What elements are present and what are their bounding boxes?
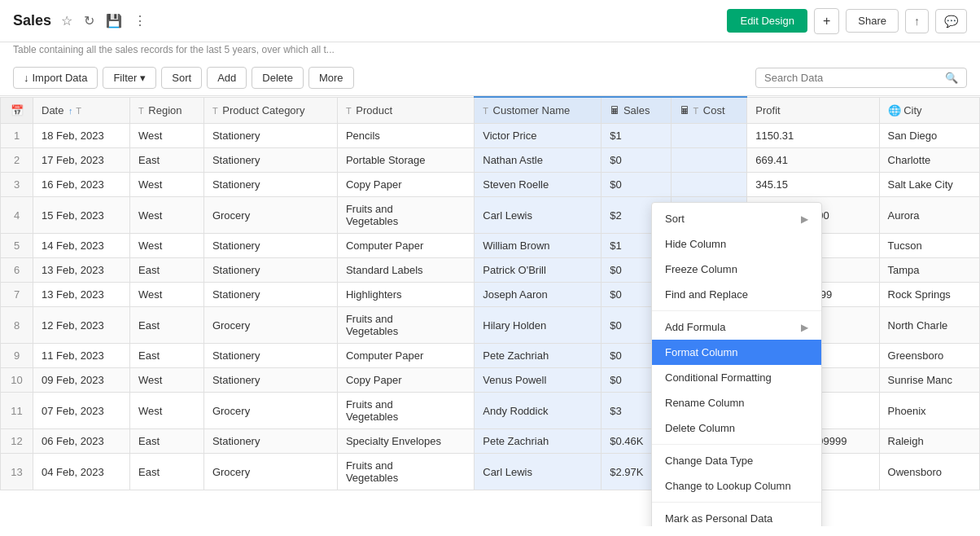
cell-region: East (130, 258, 204, 283)
header-icons: ☆ ↻ 💾 ⋮ (58, 11, 150, 30)
cell-date: 13 Feb, 2023 (33, 258, 130, 283)
cell-region: West (130, 368, 204, 393)
cell-customer: Steven Roelle (475, 173, 602, 197)
menu-item-hide_column[interactable]: Hide Column (652, 231, 821, 257)
col-header-region[interactable]: T Region (130, 97, 204, 124)
upload-icon[interactable]: ↑ (905, 9, 929, 33)
menu-item-delete_column[interactable]: Delete Column (652, 415, 821, 441)
table-row: 4 15 Feb, 2023 West Grocery Fruits andVe… (1, 197, 980, 234)
context-menu: Sort▶Hide ColumnFreeze ColumnFind and Re… (651, 202, 822, 526)
col-header-date[interactable]: Date ↑ T (33, 97, 130, 124)
customer-T-icon: T (483, 106, 488, 116)
cell-date: 09 Feb, 2023 (33, 368, 130, 393)
col-header-cost[interactable]: 🖩 T Cost (671, 97, 747, 124)
menu-item-format_column[interactable]: Format Column (652, 340, 821, 365)
prodcat-T-icon: T (212, 106, 218, 116)
import-data-button[interactable]: ↓ Import Data (13, 67, 98, 89)
cell-city: Salt Lake City (879, 173, 979, 197)
refresh-icon[interactable]: ↻ (81, 11, 98, 30)
col-header-city[interactable]: 🌐 City (879, 97, 979, 124)
filter-button[interactable]: Filter ▾ (103, 67, 156, 89)
cell-row-num: 7 (1, 283, 33, 307)
menu-label: Change Data Type (665, 455, 753, 467)
chat-icon[interactable]: 💬 (935, 9, 967, 33)
menu-item-sort[interactable]: Sort▶ (652, 206, 821, 231)
col-header-rownum[interactable]: 📅 (1, 97, 33, 124)
cell-customer: Pete Zachriah (475, 344, 602, 368)
cell-region: West (130, 283, 204, 307)
menu-item-change_to_lookup[interactable]: Change to Lookup Column (652, 473, 821, 499)
search-input[interactable] (764, 72, 940, 84)
col-header-customer-name[interactable]: T Customer Name (475, 97, 602, 124)
cell-region: West (130, 124, 204, 148)
cell-region: East (130, 429, 204, 454)
table-row: 10 09 Feb, 2023 West Stationery Copy Pap… (1, 368, 980, 393)
cell-region: West (130, 173, 204, 197)
table-row: 8 12 Feb, 2023 East Grocery Fruits andVe… (1, 307, 980, 344)
table-row: 7 13 Feb, 2023 West Stationery Highlight… (1, 283, 980, 307)
cell-product-cat: Grocery (203, 454, 337, 490)
cell-product: Specialty Envelopes (337, 429, 474, 454)
share-button[interactable]: Share (846, 9, 899, 33)
cell-product: Fruits andVegetables (337, 454, 474, 490)
cell-cost (671, 124, 747, 148)
add-row-button[interactable]: Add (207, 67, 247, 89)
edit-design-button[interactable]: Edit Design (727, 9, 807, 33)
cell-product-cat: Stationery (203, 344, 337, 368)
cell-region: East (130, 148, 204, 173)
save-icon[interactable]: 💾 (103, 11, 125, 30)
city-globe-icon: 🌐 (888, 104, 901, 116)
cell-city: Charlotte (879, 148, 979, 173)
cell-customer: Pete Zachriah (475, 429, 602, 454)
sort-button[interactable]: Sort (161, 67, 202, 89)
add-button[interactable]: + (814, 8, 839, 34)
cell-product: Highlighters (337, 283, 474, 307)
col-header-profit[interactable]: Profit (747, 97, 879, 124)
col-header-sales[interactable]: 🖩 Sales (602, 97, 672, 124)
menu-item-conditional_formatting[interactable]: Conditional Formatting (652, 365, 821, 390)
region-T-icon: T (138, 106, 144, 116)
table-row: 12 06 Feb, 2023 East Stationery Specialt… (1, 429, 980, 454)
sort-asc-icon: ↑ (68, 106, 73, 116)
cell-city: Raleigh (879, 429, 979, 454)
table-row: 1 18 Feb, 2023 West Stationery Pencils V… (1, 124, 980, 148)
menu-item-find_replace[interactable]: Find and Replace (652, 282, 821, 307)
submenu-arrow-icon: ▶ (801, 213, 808, 225)
cell-row-num: 3 (1, 173, 33, 197)
col-header-product[interactable]: T Product (337, 97, 474, 124)
menu-label: Mark as Personal Data (665, 512, 772, 525)
menu-item-add_formula[interactable]: Add Formula▶ (652, 314, 821, 340)
menu-label: Sort (665, 213, 685, 225)
cell-product-cat: Stationery (203, 429, 337, 454)
data-table: 📅 Date ↑ T T Region T Product Category T… (0, 96, 980, 490)
cell-customer: Venus Powell (475, 368, 602, 393)
more-button[interactable]: More (308, 67, 354, 89)
cell-product-cat: Stationery (203, 283, 337, 307)
menu-item-rename_column[interactable]: Rename Column (652, 390, 821, 415)
cell-product: Fruits andVegetables (337, 197, 474, 234)
cell-city: Owensboro (879, 454, 979, 490)
cell-row-num: 11 (1, 393, 33, 429)
cell-city: Phoenix (879, 393, 979, 429)
table-row: 2 17 Feb, 2023 East Stationery Portable … (1, 148, 980, 173)
delete-button[interactable]: Delete (252, 67, 304, 89)
data-table-container: 📅 Date ↑ T T Region T Product Category T… (0, 96, 980, 526)
cell-region: West (130, 393, 204, 429)
more-icon[interactable]: ⋮ (130, 11, 150, 30)
cell-product: Fruits andVegetables (337, 393, 474, 429)
menu-item-freeze_column[interactable]: Freeze Column (652, 257, 821, 282)
cell-row-num: 5 (1, 234, 33, 258)
cell-product: Standard Labels (337, 258, 474, 283)
cell-row-num: 12 (1, 429, 33, 454)
cell-date: 13 Feb, 2023 (33, 283, 130, 307)
star-icon[interactable]: ☆ (58, 11, 76, 30)
cell-sales: $0 (602, 173, 672, 197)
menu-item-change_data_type[interactable]: Change Data Type (652, 448, 821, 473)
cell-customer: Patrick O'Brill (475, 258, 602, 283)
col-header-product-category[interactable]: T Product Category (203, 97, 337, 124)
menu-item-mark_personal[interactable]: Mark as Personal Data (652, 506, 821, 526)
calendar-icon: 📅 (11, 104, 24, 116)
menu-label: Hide Column (665, 238, 726, 250)
import-icon: ↓ (24, 72, 29, 84)
cell-customer: Nathan Astle (475, 148, 602, 173)
